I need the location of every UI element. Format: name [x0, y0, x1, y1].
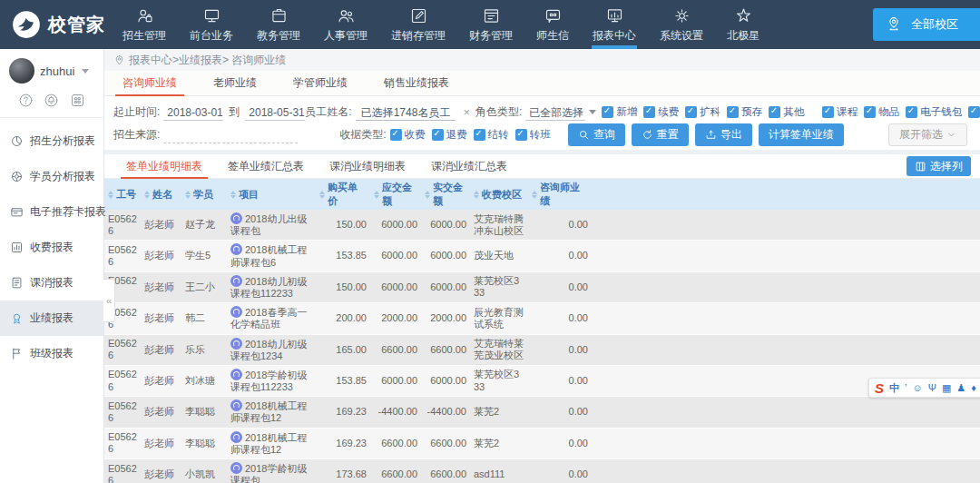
- checkbox-checked-icon[interactable]: [602, 106, 613, 118]
- punctuation-icon[interactable]: ’: [905, 383, 906, 393]
- checkbox-checked-icon[interactable]: [822, 106, 834, 118]
- sort-icon[interactable]: [532, 191, 537, 199]
- brand-logo[interactable]: 校管家: [0, 0, 111, 49]
- column-header-consultant-performance[interactable]: 咨询师业绩: [528, 179, 592, 210]
- sort-icon[interactable]: [474, 191, 479, 199]
- receipt-checkbox-2[interactable]: 结转: [474, 128, 509, 142]
- reset-button[interactable]: 重置: [632, 123, 689, 146]
- column-header-employee-id[interactable]: 工号: [104, 179, 141, 210]
- staff-selected-value[interactable]: 已选择1748名员工: [356, 104, 456, 121]
- checkbox-checked-icon[interactable]: [906, 106, 917, 118]
- checkbox-checked-icon[interactable]: [390, 129, 402, 141]
- checkbox-checked-icon[interactable]: [643, 106, 655, 118]
- topnav-item-1[interactable]: 前台业务: [178, 0, 245, 49]
- sort-icon[interactable]: [230, 191, 236, 199]
- date-to-input[interactable]: 2018-05-31: [245, 104, 305, 121]
- topnav-item-0[interactable]: 招生管理: [111, 0, 178, 49]
- course-package-icon: [230, 243, 242, 255]
- category-checkbox-2[interactable]: 电子钱包: [906, 105, 962, 119]
- category-checkbox-3[interactable]: 特殊物品: [968, 105, 980, 119]
- column-header-project[interactable]: 项目: [227, 179, 316, 210]
- select-columns-button[interactable]: 选择列: [906, 156, 971, 176]
- category-checkbox-0[interactable]: 课程: [822, 105, 858, 119]
- role-checkbox-4[interactable]: 其他: [769, 105, 804, 119]
- chevron-down-icon[interactable]: [589, 110, 596, 114]
- calc-performance-button[interactable]: 计算签单业绩: [759, 123, 844, 146]
- receipt-checkbox-0[interactable]: 收费: [390, 128, 426, 142]
- sort-icon[interactable]: [374, 191, 379, 199]
- sidebar-item-2[interactable]: 电子推荐卡报表: [0, 194, 103, 230]
- sort-icon[interactable]: [108, 191, 113, 199]
- search-button[interactable]: 查询: [568, 123, 625, 146]
- avatar[interactable]: [9, 58, 34, 84]
- checkbox-checked-icon[interactable]: [685, 106, 697, 118]
- topnav-item-9[interactable]: 北极星: [715, 0, 771, 49]
- column-header-amount-due[interactable]: 应交金额: [370, 179, 421, 210]
- sort-icon[interactable]: [144, 191, 150, 199]
- column-header-teacher-name[interactable]: 姓名: [141, 179, 181, 210]
- column-header-fee-campus[interactable]: 收费校区: [470, 179, 528, 210]
- subtab-1[interactable]: 签单业绩汇总表: [215, 154, 317, 178]
- checkbox-checked-icon[interactable]: [432, 129, 444, 141]
- topnav-item-4[interactable]: 进销存管理: [379, 0, 457, 49]
- checkbox-checked-icon[interactable]: [968, 106, 980, 118]
- chinese-mode-icon[interactable]: 中: [889, 381, 899, 395]
- role-checkbox-2[interactable]: 扩科: [685, 105, 720, 119]
- mic-icon[interactable]: Ψ: [928, 383, 936, 393]
- topnav-item-7[interactable]: 报表中心: [581, 0, 648, 49]
- date-from-input[interactable]: 2018-03-01: [163, 104, 223, 121]
- topnav-item-3[interactable]: 人事管理: [312, 0, 379, 49]
- sidebar-item-0[interactable]: 招生分析报表: [0, 123, 103, 159]
- bell-icon[interactable]: [44, 93, 59, 108]
- enroll-source-input[interactable]: [163, 127, 298, 143]
- tools-icon[interactable]: ♟: [956, 383, 965, 393]
- ime-toolbar[interactable]: S 中 ’☺Ψ▦♟♦: [868, 378, 980, 398]
- qrcode-icon[interactable]: [70, 93, 85, 108]
- sort-icon[interactable]: [319, 191, 325, 199]
- topnav-item-5[interactable]: 财务管理: [457, 0, 524, 49]
- topnav-item-2[interactable]: 教务管理: [245, 0, 312, 49]
- role-checkbox-1[interactable]: 续费: [643, 105, 679, 119]
- sidebar-item-4[interactable]: 课消报表: [0, 265, 103, 301]
- subtab-2[interactable]: 课消业绩明细表: [317, 154, 418, 178]
- checkbox-checked-icon[interactable]: [864, 106, 876, 118]
- sort-icon[interactable]: [425, 191, 430, 199]
- user-menu[interactable]: zhuhui: [0, 49, 103, 89]
- column-header-unit-price[interactable]: 购买单价: [316, 179, 370, 210]
- role-checkbox-0[interactable]: 新增: [602, 105, 637, 119]
- checkbox-checked-icon[interactable]: [769, 106, 780, 118]
- receipt-checkbox-3[interactable]: 转班: [515, 128, 551, 142]
- tab-0[interactable]: 咨询师业绩: [104, 71, 195, 95]
- category-checkbox-1[interactable]: 物品: [864, 105, 899, 119]
- checkbox-checked-icon[interactable]: [515, 129, 527, 141]
- role-checkbox-3[interactable]: 预存: [727, 105, 762, 119]
- subtab-0[interactable]: 签单业绩明细表: [113, 154, 215, 178]
- sidebar-item-1[interactable]: 学员分析报表: [0, 159, 103, 194]
- clear-staff-icon[interactable]: ×: [463, 105, 470, 119]
- sidebar-collapse-handle[interactable]: «: [103, 279, 115, 322]
- subtab-3[interactable]: 课消业绩汇总表: [418, 154, 520, 178]
- sidebar-item-5[interactable]: 业绩报表: [0, 301, 103, 336]
- tab-3[interactable]: 销售业绩报表: [366, 71, 467, 95]
- topnav-item-6[interactable]: 师生信: [524, 0, 581, 49]
- receipt-checkbox-1[interactable]: 退费: [432, 128, 467, 142]
- sidebar-item-6[interactable]: 班级报表: [0, 336, 103, 371]
- help-icon[interactable]: [18, 93, 34, 108]
- sort-icon[interactable]: [185, 191, 191, 199]
- all-campus-button[interactable]: 全部校区: [873, 8, 980, 41]
- tab-2[interactable]: 学管师业绩: [275, 71, 366, 95]
- topnav-item-8[interactable]: 系统设置: [648, 0, 715, 49]
- sidebar-item-3[interactable]: 收费报表: [0, 230, 103, 265]
- skin-icon[interactable]: ♦: [971, 383, 976, 393]
- checkbox-checked-icon[interactable]: [474, 129, 485, 141]
- column-header-amount-paid[interactable]: 实交金额: [421, 179, 470, 210]
- role-type-select[interactable]: 已全部选择: [525, 104, 585, 121]
- keyboard-icon[interactable]: ▦: [942, 383, 951, 393]
- column-header-student-name[interactable]: 学员: [181, 179, 227, 210]
- sogou-logo-icon[interactable]: S: [875, 381, 884, 395]
- tab-1[interactable]: 老师业绩: [195, 71, 275, 95]
- checkbox-checked-icon[interactable]: [727, 106, 739, 118]
- emoji-icon[interactable]: ☺: [912, 383, 922, 393]
- expand-filter-button[interactable]: 展开筛选: [888, 123, 967, 146]
- export-button[interactable]: 导出: [695, 123, 752, 146]
